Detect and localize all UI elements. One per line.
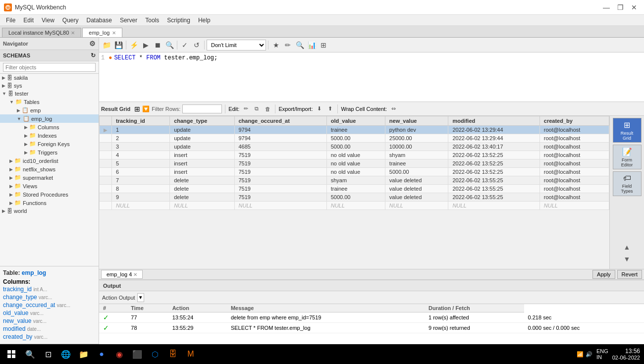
table-cell[interactable]: 2022-06-02 13:55:25 [448, 176, 539, 185]
tree-item-sys[interactable]: ▶🗄sys [0, 82, 99, 90]
toolbar-open[interactable]: 📁 [101, 40, 112, 51]
delete-btn[interactable]: 🗑 [263, 104, 272, 113]
table-cell[interactable]: 2022-06-02 13:52:25 [448, 159, 539, 168]
maximize-button[interactable]: ❐ [614, 2, 626, 12]
tree-item-icd10_orderlist[interactable]: ▶📁icd10_orderlist [0, 156, 99, 165]
toolbar-rollback[interactable]: ↺ [191, 40, 202, 51]
col-header-new_value[interactable]: new_value [385, 116, 448, 126]
filter-input[interactable] [3, 63, 96, 72]
scroll-up[interactable]: ▲ [622, 241, 633, 253]
taskbar-vscode[interactable]: ⬡ [148, 347, 162, 362]
import-btn[interactable]: ⬆ [325, 104, 334, 113]
menu-database[interactable]: Database [83, 16, 116, 25]
nav-icon[interactable]: ⚙ [89, 40, 96, 48]
toolbar-stop[interactable]: ⏹ [152, 40, 163, 51]
table-cell[interactable]: no old value [326, 168, 385, 176]
revert-button[interactable]: Revert [617, 270, 642, 279]
menu-query[interactable]: Query [58, 16, 83, 25]
export-btn[interactable]: ⬇ [315, 104, 323, 113]
table-cell[interactable]: 5000.00 [326, 143, 385, 151]
table-cell[interactable]: value deleted [385, 185, 448, 193]
table-row[interactable]: 5insert7519no old valuetrainee2022-06-02… [100, 159, 609, 168]
table-cell[interactable]: 9794 [234, 134, 326, 143]
table-cell[interactable]: no old value [326, 151, 385, 159]
table-cell[interactable]: insert [170, 151, 234, 159]
table-cell[interactable]: root@localhost [539, 143, 609, 151]
table-cell[interactable]: 2 [112, 134, 170, 143]
table-cell[interactable]: 5000.00 [326, 193, 385, 202]
toolbar-execute-selected[interactable]: ▶ [140, 40, 151, 51]
edit-btn[interactable]: ✏ [241, 104, 250, 113]
menu-file[interactable]: File [2, 16, 19, 25]
table-cell[interactable]: 9 [112, 193, 170, 202]
table-cell[interactable]: 2022-06-02 13:55:25 [448, 185, 539, 193]
table-cell[interactable]: 2022-06-02 13:55:25 [448, 193, 539, 202]
taskbar-search[interactable]: 🔍 [23, 347, 38, 362]
table-cell[interactable]: 5000.00 [326, 134, 385, 143]
table-row[interactable]: 2update97945000.0025000.002022-06-02 13:… [100, 134, 609, 143]
taskbar-terminal[interactable]: ⬛ [130, 347, 145, 362]
toolbar-star[interactable]: ★ [270, 40, 281, 51]
tree-item-tester[interactable]: ▼🗄tester [0, 90, 99, 98]
table-row[interactable]: 6insert7519no old value5000.002022-06-02… [100, 168, 609, 176]
table-cell[interactable]: 7 [112, 176, 170, 185]
tree-item-netflix_shows[interactable]: ▶📁netflix_shows [0, 165, 99, 173]
toolbar-execute[interactable]: ⚡ [128, 40, 139, 51]
form-editor-panel-btn[interactable]: 📝 FormEditor [613, 145, 642, 169]
tree-item-world[interactable]: ▶🗄world [0, 207, 99, 215]
table-row[interactable]: ▶1update9794traineepython dev2022-06-02 … [100, 126, 609, 134]
tree-item-indexes[interactable]: ▶📁Indexes [0, 131, 99, 140]
taskbar-explorer[interactable]: 📁 [76, 347, 91, 362]
table-cell[interactable]: shyam [326, 176, 385, 185]
limit-select[interactable]: Don't Limit Limit to 1000 rows [207, 40, 266, 51]
table-cell[interactable]: delete [170, 193, 234, 202]
taskbar-taskview[interactable]: ⊡ [41, 347, 55, 362]
table-cell[interactable]: root@localhost [539, 176, 609, 185]
result-tab-close[interactable]: ✕ [133, 272, 137, 277]
table-row[interactable]: 7delete7519shyamvalue deleted2022-06-02 … [100, 176, 609, 185]
table-row[interactable]: 4insert7519no old valueshyam2022-06-02 1… [100, 151, 609, 159]
table-cell[interactable]: 4685 [234, 143, 326, 151]
table-cell[interactable]: root@localhost [539, 151, 609, 159]
table-cell[interactable]: root@localhost [539, 185, 609, 193]
toolbar-search[interactable]: 🔍 [294, 40, 305, 51]
table-cell[interactable]: 5 [112, 159, 170, 168]
field-types-panel-btn[interactable]: 🏷 FieldTypes [613, 171, 642, 196]
tree-item-tables[interactable]: ▼📁Tables [0, 98, 99, 106]
tree-item-views[interactable]: ▶📁Views [0, 182, 99, 190]
menu-scripting[interactable]: Scripting [163, 16, 194, 25]
taskbar-chrome[interactable]: ● [94, 347, 109, 362]
table-cell[interactable]: 7519 [234, 168, 326, 176]
wrap-btn[interactable]: ⇔ [389, 104, 398, 113]
table-cell[interactable]: root@localhost [539, 168, 609, 176]
table-row[interactable]: 3update46855000.0010000.002022-06-02 13:… [100, 143, 609, 151]
tab-emp-log[interactable]: emp_log ✕ [82, 28, 122, 37]
table-cell[interactable]: 4 [112, 151, 170, 159]
schemas-refresh-icon[interactable]: ↻ [91, 52, 96, 59]
toolbar-more[interactable]: ⊞ [318, 40, 329, 51]
table-cell[interactable]: root@localhost [539, 134, 609, 143]
toolbar-commit[interactable]: ✓ [179, 40, 190, 51]
toolbar-explain[interactable]: 🔍 [164, 40, 175, 51]
table-cell[interactable]: 1 [112, 126, 170, 134]
tree-item-functions[interactable]: ▶📁Functions [0, 199, 99, 207]
table-cell[interactable]: no old value [326, 159, 385, 168]
tree-item-columns[interactable]: ▶📁Columns [0, 123, 99, 131]
table-cell[interactable]: 6 [112, 168, 170, 176]
action-output-dropdown[interactable]: ▼ [137, 293, 144, 302]
toolbar-format[interactable]: ✏ [282, 40, 293, 51]
table-cell[interactable]: insert [170, 159, 234, 168]
table-cell[interactable]: value deleted [385, 176, 448, 185]
taskbar-chrome2[interactable]: ◉ [112, 347, 127, 362]
table-cell[interactable]: root@localhost [539, 159, 609, 168]
close-button[interactable]: ✕ [628, 2, 640, 12]
col-header-modified[interactable]: modified [448, 116, 539, 126]
tab-local-instance-close[interactable]: ✕ [71, 30, 75, 36]
toolbar-schema[interactable]: 📊 [306, 40, 317, 51]
minimize-button[interactable]: — [600, 2, 612, 12]
taskbar-mysql[interactable]: M [183, 347, 198, 362]
col-header-old_value[interactable]: old_value [326, 116, 385, 126]
table-cell[interactable]: 3 [112, 143, 170, 151]
menu-view[interactable]: View [38, 16, 58, 25]
apply-button[interactable]: Apply [592, 270, 615, 279]
